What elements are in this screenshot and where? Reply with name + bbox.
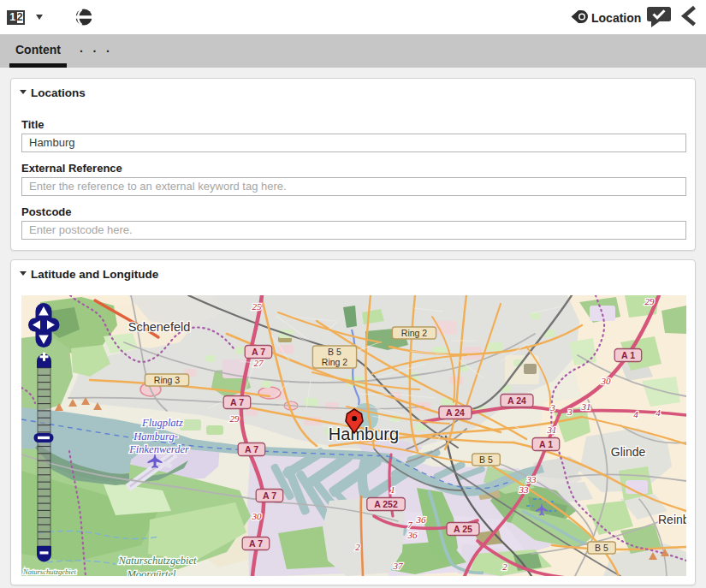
- svg-text:29: 29: [230, 413, 240, 424]
- svg-text:Ring 2: Ring 2: [322, 357, 348, 367]
- svg-text:A 25: A 25: [454, 524, 472, 534]
- svg-text:25: 25: [252, 301, 263, 312]
- svg-text:4: 4: [633, 409, 638, 419]
- svg-text:B 5: B 5: [479, 454, 493, 465]
- svg-text:4: 4: [656, 407, 661, 418]
- svg-text:B 5: B 5: [328, 347, 341, 357]
- svg-text:3: 3: [549, 402, 555, 413]
- svg-text:B 5: B 5: [595, 543, 608, 553]
- svg-text:33: 33: [519, 484, 530, 495]
- svg-text:Finkenwerder: Finkenwerder: [128, 443, 189, 455]
- svg-text:Naturschutzgebiet: Naturschutzgebiet: [22, 567, 76, 576]
- svg-text:Schenefeld: Schenefeld: [128, 320, 191, 334]
- svg-text:A 1: A 1: [539, 439, 553, 449]
- svg-text:A 24: A 24: [507, 395, 526, 406]
- svg-text:29: 29: [645, 296, 656, 306]
- svg-text:36: 36: [407, 530, 418, 540]
- svg-text:A 7: A 7: [245, 444, 258, 454]
- svg-text:30: 30: [601, 376, 612, 386]
- svg-text:33: 33: [526, 474, 537, 484]
- svg-text:Ring 3: Ring 3: [154, 375, 181, 385]
- svg-text:A 1: A 1: [621, 350, 635, 360]
- svg-text:Reinbe: Reinbe: [658, 513, 686, 526]
- svg-text:A 252: A 252: [374, 499, 398, 509]
- svg-text:2: 2: [502, 561, 507, 572]
- svg-text:30: 30: [252, 511, 263, 521]
- svg-text:36: 36: [416, 514, 427, 525]
- svg-text:7: 7: [407, 520, 412, 530]
- svg-text:Naturschutzgebiet: Naturschutzgebiet: [118, 555, 197, 567]
- svg-text:Flugplatz: Flugplatz: [141, 417, 183, 429]
- svg-text:1: 1: [390, 484, 395, 495]
- svg-text:Hamburg: Hamburg: [329, 425, 399, 443]
- svg-text:Moorgürtel: Moorgürtel: [126, 568, 176, 576]
- svg-text:3: 3: [567, 407, 573, 417]
- svg-text:Hamburg-: Hamburg-: [133, 431, 178, 442]
- svg-text:A 24: A 24: [446, 407, 465, 418]
- svg-text:A 7: A 7: [249, 538, 263, 549]
- svg-text:31: 31: [581, 401, 591, 412]
- svg-text:A 7: A 7: [252, 347, 265, 357]
- svg-text:Glinde: Glinde: [611, 445, 646, 459]
- svg-text:A 7: A 7: [263, 490, 276, 501]
- svg-text:27: 27: [254, 358, 264, 368]
- svg-text:37: 37: [393, 561, 404, 571]
- svg-text:Ring 2: Ring 2: [401, 328, 428, 338]
- svg-text:2: 2: [355, 542, 360, 552]
- svg-text:31: 31: [547, 425, 557, 435]
- svg-text:A 7: A 7: [230, 397, 244, 407]
